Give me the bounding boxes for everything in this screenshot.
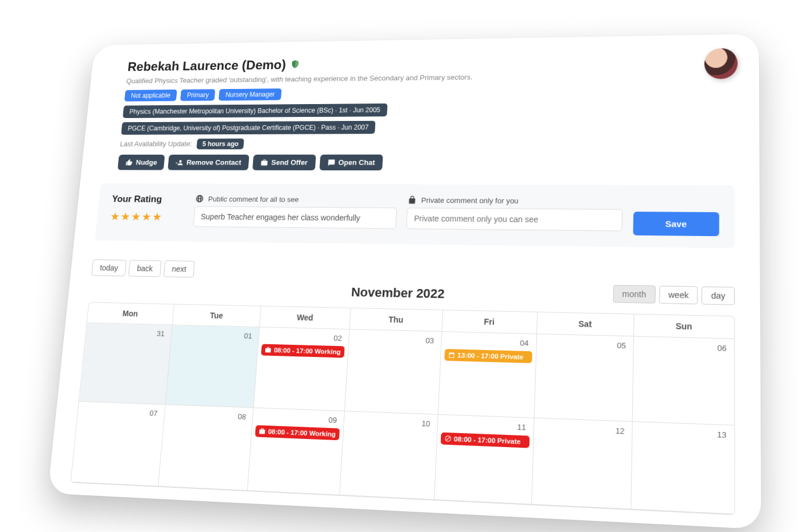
save-button[interactable]: Save	[633, 211, 719, 235]
calendar-cell[interactable]: 1108:00 - 17:00 Private	[434, 415, 535, 505]
avatar[interactable]	[704, 48, 738, 78]
role-tag[interactable]: Primary	[180, 89, 216, 101]
calendar-date: 31	[89, 326, 169, 339]
calendar-weekday: Fri	[442, 310, 537, 334]
public-comment-label: Public comment for all to see	[208, 194, 299, 203]
calendar-weekday: Sun	[634, 314, 734, 338]
calendar-grid: MonTueWedThuFriSatSun 31010208:00 - 17:0…	[70, 302, 735, 515]
send-offer-button[interactable]: Send Offer	[252, 154, 316, 170]
shield-icon	[290, 59, 300, 70]
calendar-weekday: Tue	[172, 304, 261, 327]
calendar-date: 05	[540, 337, 629, 351]
calendar-cell[interactable]: 13	[632, 422, 735, 514]
calendar-cell[interactable]: 31	[79, 323, 172, 405]
lock-icon	[407, 195, 416, 204]
calendar-event[interactable]: 13:00 - 17:00 Private	[444, 349, 532, 363]
rating-heading: Your Rating	[112, 194, 186, 205]
calendar-event-label: 08:00 - 17:00 Working	[274, 347, 341, 355]
qualification-tags: Physics (Manchester Metropolitan Univers…	[123, 101, 735, 118]
calendar-date: 11	[441, 418, 529, 433]
availability-row: Last Availability Update: 5 hours ago	[120, 137, 735, 149]
calendar-weekday: Thu	[350, 308, 443, 331]
profile-name: Rebekah Laurence (Demo)	[127, 57, 286, 74]
calendar-event-label: 08:00 - 17:00 Private	[454, 435, 521, 445]
calendar-cell[interactable]: 07	[71, 401, 165, 486]
calendar-date: 07	[81, 405, 161, 419]
calendar-view-switch: month week day	[613, 284, 735, 305]
calendar-cell[interactable]: 12	[532, 418, 633, 509]
calendar-date: 06	[637, 340, 730, 354]
calendar-weekday: Mon	[87, 302, 174, 325]
qualification-tag: PGCE (Cambridge, University of) Postgrad…	[121, 120, 376, 134]
role-tags: Not applicable Primary Nursery Manager	[124, 84, 735, 101]
calendar-cell[interactable]: 0908:00 - 17:00 Working	[248, 408, 345, 495]
calendar-date: 01	[174, 329, 256, 341]
calendar-cell[interactable]: 05	[534, 334, 634, 422]
calendar-weekday: Sat	[537, 312, 635, 337]
calendar-icon	[448, 351, 455, 359]
calendar-date: 03	[352, 333, 438, 346]
calendar-back-button[interactable]: back	[129, 260, 162, 277]
calendar-date: 10	[347, 415, 434, 429]
calendar-event[interactable]: 08:00 - 17:00 Working	[255, 425, 340, 440]
calendar-cell[interactable]: 08	[158, 405, 254, 491]
remove-contact-button[interactable]: Remove Contact	[168, 154, 250, 170]
availability-ago: 5 hours ago	[197, 138, 244, 149]
globe-icon	[195, 194, 204, 203]
calendar-date: 08	[168, 408, 250, 422]
briefcase-icon	[265, 346, 272, 353]
calendar-date: 09	[256, 412, 341, 426]
calendar-event-label: 13:00 - 17:00 Private	[457, 351, 523, 360]
calendar-event[interactable]: 08:00 - 17:00 Working	[261, 344, 345, 358]
private-comment-label: Private comment only for you	[421, 195, 519, 204]
rating-stars[interactable]: ★★★★★	[110, 210, 185, 223]
nudge-button[interactable]: Nudge	[117, 155, 165, 170]
profile-card: Rebekah Laurence (Demo) Qualified Physic…	[48, 34, 761, 529]
calendar-date: 04	[445, 335, 533, 348]
action-buttons: Nudge Remove Contact Send Offer Open Cha…	[117, 154, 735, 171]
calendar-date: 13	[636, 426, 731, 441]
calendar-cell[interactable]: 03	[345, 329, 442, 415]
block-icon	[444, 434, 452, 442]
calendar-month-button[interactable]: month	[613, 284, 656, 303]
calendar-next-button[interactable]: next	[163, 260, 195, 277]
calendar-day-button[interactable]: day	[701, 286, 735, 305]
calendar-today-button[interactable]: today	[91, 259, 127, 276]
calendar-weekday: Wed	[260, 306, 351, 329]
calendar-cell[interactable]: 06	[633, 336, 734, 425]
calendar-cell[interactable]: 10	[340, 411, 438, 499]
calendar-event[interactable]: 08:00 - 17:00 Private	[440, 432, 529, 448]
availability-label: Last Availability Update:	[120, 140, 193, 148]
public-comment-input[interactable]	[193, 206, 397, 228]
calendar-section: today back next month week day November …	[70, 259, 735, 515]
calendar-event-label: 08:00 - 17:00 Working	[268, 428, 336, 438]
user-minus-icon	[176, 158, 184, 166]
calendar-cell[interactable]: 0413:00 - 17:00 Private	[439, 331, 537, 418]
calendar-week-button[interactable]: week	[659, 285, 698, 304]
briefcase-icon	[261, 158, 269, 166]
qualification-tag: Physics (Manchester Metropolitan Univers…	[123, 103, 387, 117]
qualification-tags: PGCE (Cambridge, University of) Postgrad…	[121, 119, 735, 134]
briefcase-icon	[259, 427, 266, 435]
thumbs-up-icon	[125, 158, 133, 166]
role-tag[interactable]: Not applicable	[124, 90, 177, 101]
role-tag[interactable]: Nursery Manager	[219, 88, 282, 101]
calendar-cell[interactable]: 0208:00 - 17:00 Working	[254, 327, 350, 410]
private-comment-input[interactable]	[406, 208, 622, 231]
open-chat-button[interactable]: Open Chat	[319, 154, 383, 170]
chat-icon	[327, 158, 335, 166]
calendar-date: 12	[537, 422, 628, 437]
calendar-cell[interactable]: 01	[165, 325, 260, 408]
calendar-date: 02	[262, 331, 345, 344]
rating-section: Your Rating ★★★★★ Public comment for all…	[95, 183, 735, 248]
